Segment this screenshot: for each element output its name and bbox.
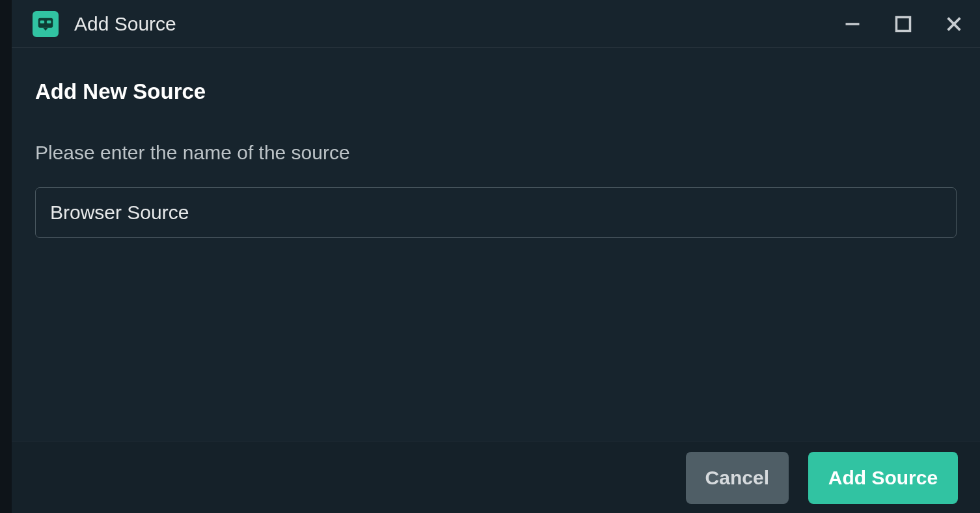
source-name-input[interactable] [35,187,957,238]
svg-rect-4 [897,17,910,31]
dialog-footer: Cancel Add Source [12,441,980,513]
add-source-button[interactable]: Add Source [808,452,958,504]
dialog-window: Add Source Add New Source Please en [12,0,980,513]
maximize-button[interactable] [890,11,916,37]
window-controls [839,11,967,37]
minimize-icon [843,15,862,33]
titlebar[interactable]: Add Source [12,0,980,48]
svg-rect-1 [40,20,45,23]
svg-rect-2 [47,20,51,23]
minimize-button[interactable] [839,11,865,37]
dialog-heading: Add New Source [35,79,957,104]
input-row [35,187,957,238]
app-icon [33,11,59,37]
dialog-content: Add New Source Please enter the name of … [12,48,980,441]
input-prompt: Please enter the name of the source [35,142,957,164]
left-edge [0,0,12,513]
window-title: Add Source [74,13,839,35]
maximize-icon [894,15,912,33]
close-icon [945,15,963,33]
cancel-button[interactable]: Cancel [686,452,789,504]
close-button[interactable] [941,11,967,37]
